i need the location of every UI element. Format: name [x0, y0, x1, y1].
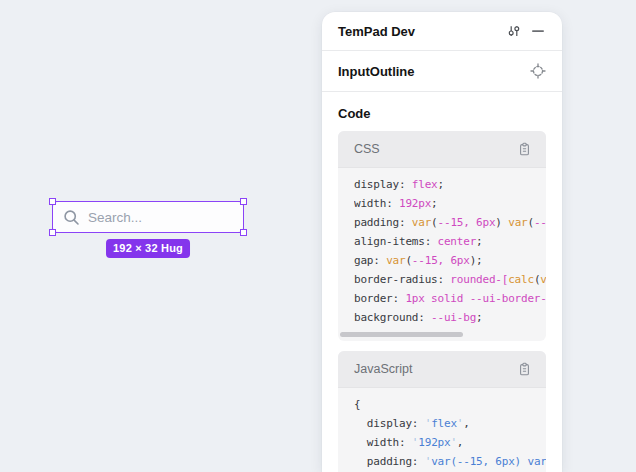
panel-title: TemPad Dev — [338, 24, 415, 39]
code-block-javascript: JavaScript { display: 'flex', width: '19… — [338, 351, 546, 472]
code-listing: display: flex;width: 192px;padding: var(… — [338, 168, 546, 332]
code-line: { — [354, 395, 546, 414]
code-line: padding: var(--15, 6px) var(-- — [354, 213, 546, 232]
tempad-dev-panel: TemPad Dev InputOutline — [322, 12, 562, 472]
panel-header: TemPad Dev — [322, 12, 562, 51]
copy-code-button[interactable] — [512, 357, 536, 381]
search-input-component[interactable]: Search... — [52, 201, 244, 233]
code-block-label: JavaScript — [354, 362, 512, 376]
sliders-icon — [506, 23, 522, 39]
code-line: border: 1px solid --ui-border- — [354, 289, 546, 308]
search-placeholder: Search... — [88, 210, 142, 225]
code-line: width: '192px', — [354, 433, 546, 452]
code-block-header: JavaScript — [338, 351, 546, 388]
code-block-css: CSS display: flex;width: 192px;padding: … — [338, 131, 546, 341]
copy-code-button[interactable] — [512, 137, 536, 161]
code-block-header: CSS — [338, 131, 546, 168]
code-line: background: --ui-bg; — [354, 308, 546, 327]
code-listing: { display: 'flex', width: '192px', paddi… — [338, 388, 546, 472]
preferences-button[interactable] — [502, 19, 526, 43]
code-line: display: 'flex', — [354, 414, 546, 433]
crosshair-target-icon — [530, 63, 546, 79]
code-line: border-radius: rounded-[calc(v — [354, 270, 546, 289]
dimension-badge: 192 × 32 Hug — [106, 239, 190, 258]
selected-node-name: InputOutline — [338, 64, 415, 79]
copy-icon — [517, 142, 532, 157]
code-line: width: 192px; — [354, 194, 546, 213]
copy-icon — [517, 362, 532, 377]
search-icon — [63, 209, 80, 226]
selected-node-row: InputOutline — [322, 51, 562, 92]
code-line: display: flex; — [354, 175, 546, 194]
code-line: align-items: center; — [354, 232, 546, 251]
code-block-label: CSS — [354, 142, 512, 156]
locate-node-button[interactable] — [526, 59, 550, 83]
minimize-icon — [531, 24, 545, 38]
code-section: Code CSS display: flex;width: 192px;padd… — [322, 106, 562, 472]
code-section-label: Code — [338, 106, 546, 121]
code-line: gap: var(--15, 6px); — [354, 251, 546, 270]
horizontal-scrollbar — [338, 332, 546, 341]
code-line: padding: 'var(--15, 6px) var — [354, 452, 546, 471]
scrollbar-thumb[interactable] — [340, 332, 463, 337]
code-blocks: CSS display: flex;width: 192px;padding: … — [338, 131, 546, 472]
minimize-button[interactable] — [526, 19, 550, 43]
